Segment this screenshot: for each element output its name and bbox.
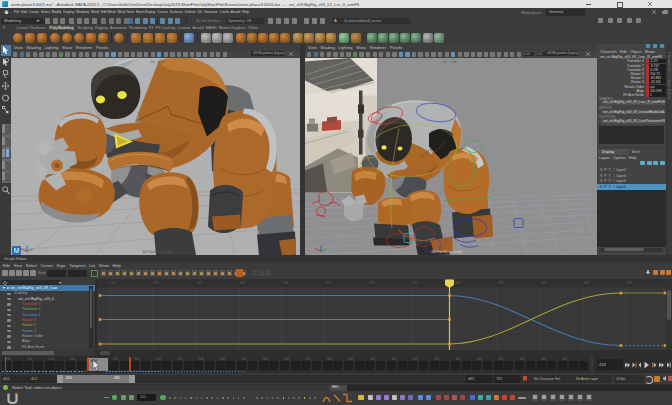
svg-text:411: 411 bbox=[154, 280, 159, 284]
svg-text:418: 418 bbox=[455, 280, 460, 284]
svg-text:417: 417 bbox=[412, 280, 417, 284]
svg-text:419: 419 bbox=[498, 280, 503, 284]
svg-text:blt : v bdt: blt : v bdt bbox=[443, 59, 457, 63]
svg-text:410: 410 bbox=[111, 280, 116, 284]
svg-text:415: 415 bbox=[326, 280, 331, 284]
svg-text:416: 416 bbox=[369, 280, 374, 284]
svg-text:420: 420 bbox=[541, 280, 546, 284]
svg-text:412: 412 bbox=[197, 280, 202, 284]
svg-text:413: 413 bbox=[240, 280, 245, 284]
svg-text:3D PaintServ persp1: 3D PaintServ persp1 bbox=[142, 250, 173, 254]
svg-text:421: 421 bbox=[584, 280, 589, 284]
svg-text:blt : v bdt: blt : v bdt bbox=[151, 59, 165, 63]
svg-text:414: 414 bbox=[283, 280, 288, 284]
svg-text:3D PaintServ persp1: 3D PaintServ persp1 bbox=[431, 250, 462, 254]
svg-text:422: 422 bbox=[627, 280, 632, 284]
